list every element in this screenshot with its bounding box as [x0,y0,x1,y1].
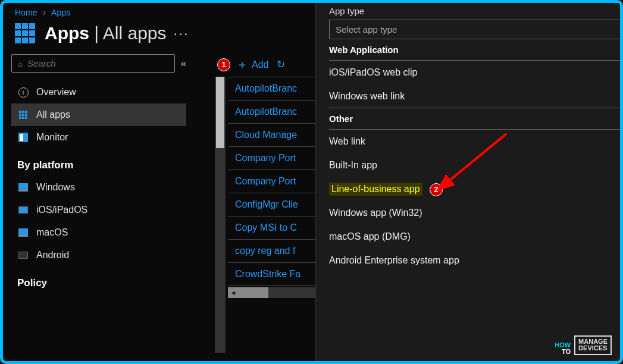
platform-macos[interactable]: macOS [11,221,186,244]
monitor-icon [17,131,29,143]
nav-label: All apps [36,109,70,120]
type-macos-app-dmg[interactable]: macOS app (DMG) [329,225,623,249]
nav-label: Overview [36,87,76,98]
type-built-in-app[interactable]: Built-In app [329,153,623,177]
platform-windows[interactable]: Windows [11,176,186,199]
nav-label: macOS [36,227,68,238]
breadcrumb-home[interactable]: Home [15,8,37,17]
page-title: Apps | All apps [45,23,167,43]
refresh-icon[interactable]: ↻ [277,58,285,71]
platform-android[interactable]: Android [11,244,186,266]
more-menu-icon[interactable]: ··· [174,25,189,42]
select-app-type-panel: Select app type Create app App type Sele… [315,0,623,364]
scrollbar-thumb[interactable] [216,77,224,148]
toolbar: 1 ＋ Add ↻ [217,54,285,79]
add-button[interactable]: ＋ Add [236,57,268,73]
type-line-of-business-app[interactable]: Line-of-business app [329,183,422,196]
platform-ios[interactable]: iOS/iPadOS [11,199,186,221]
nav-all-apps[interactable]: All apps [11,103,186,126]
vertical-scrollbar[interactable] [215,77,226,353]
search-icon: ⌕ [18,59,23,68]
type-android-enterprise-system-app[interactable]: Android Enterprise system app [329,249,623,272]
type-windows-web-link[interactable]: Windows web link [329,84,623,108]
plus-icon: ＋ [236,57,248,73]
app-type-select[interactable]: Select app type [329,20,623,39]
watermark-howto: HOWTO [555,342,571,355]
nav-overview[interactable]: i Overview [11,81,186,103]
scroll-left-icon[interactable]: ◄ [228,287,239,298]
android-icon [17,249,29,261]
collapse-sidebar-icon[interactable]: « [181,58,186,69]
scrollbar-thumb[interactable] [239,287,268,298]
section-by-platform: By platform [11,149,186,176]
type-ios-web-clip[interactable]: iOS/iPadOS web clip [329,61,623,84]
macos-icon [17,227,29,239]
app-type-label: App type [329,6,623,16]
type-web-link[interactable]: Web link [329,130,623,153]
apps-grid-icon [15,23,35,43]
nav-label: Windows [36,182,75,193]
windows-icon [17,181,29,193]
annotation-badge-1: 1 [217,58,230,71]
info-icon: i [17,86,29,98]
grid-icon [17,109,29,121]
type-windows-app-win32[interactable]: Windows app (Win32) [329,201,623,225]
nav-monitor[interactable]: Monitor [11,126,186,149]
watermark: HOWTO MANAGEDEVICES [555,335,612,355]
sidebar: ⌕ « i Overview All apps Monitor By platf… [3,54,193,353]
search-box[interactable]: ⌕ [11,54,175,73]
section-policy: Policy [11,266,186,294]
category-other: Other [329,108,623,130]
add-label: Add [252,59,268,70]
annotation-badge-2: 2 [430,183,443,196]
nav-label: Monitor [36,132,68,143]
nav-label: Android [36,250,69,261]
breadcrumb-apps[interactable]: Apps [51,8,70,17]
watermark-manage-devices: MANAGEDEVICES [574,335,612,355]
category-web-application: Web Application [329,39,623,61]
nav-label: iOS/iPadOS [36,205,87,215]
ios-icon [17,204,29,216]
chevron-right-icon: › [43,8,46,17]
search-input[interactable] [27,58,168,68]
